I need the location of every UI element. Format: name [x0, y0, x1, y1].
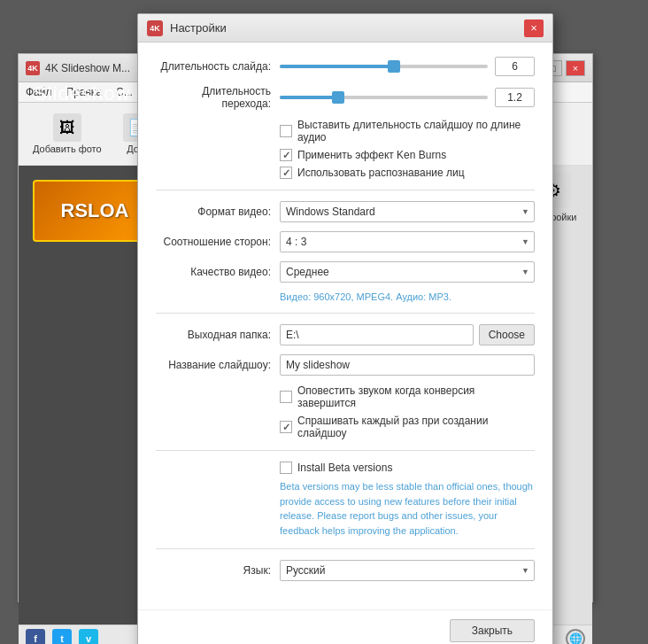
beta-description: Beta versions may be less stable than of… [280, 479, 535, 538]
cb-face-recognition-row: ✓ Использовать распознавание лиц [280, 167, 535, 179]
bg-add-photo-button[interactable]: 🖼 Добавить фото [26, 110, 109, 158]
cb-ask-box[interactable]: ✓ [280, 421, 292, 433]
slideshow-bg-label: Slideshow [34, 82, 130, 105]
transition-duration-value[interactable]: 1.2 [495, 88, 535, 107]
add-photo-label: Добавить фото [33, 144, 102, 154]
language-select[interactable]: Русский English Deutsch [280, 560, 535, 581]
dialog-footer: Закрыть [138, 609, 552, 644]
beta-section: Install Beta versions Beta versions may … [156, 462, 535, 538]
dialog-body: Длительность слайда: 6 Длительность пере… [138, 43, 552, 609]
choose-folder-button[interactable]: Choose [479, 324, 535, 345]
transition-duration-thumb[interactable] [332, 91, 344, 104]
notify-checkbox-section: Оповестить звуком когда конверсия заверш… [280, 384, 535, 439]
slideshow-name-input[interactable] [280, 354, 535, 376]
video-quality-row: Качество видео: Среднее Низкое Высокое [156, 261, 535, 283]
cb-ask-check: ✓ [282, 422, 290, 433]
video-quality-select-wrapper[interactable]: Среднее Низкое Высокое [280, 261, 535, 283]
divider-4 [156, 548, 535, 549]
bg-app-icon: 4K [26, 61, 40, 75]
video-quality-select[interactable]: Среднее Низкое Высокое [280, 261, 535, 283]
transition-duration-slider[interactable] [280, 89, 488, 106]
aspect-ratio-label: Соотношение сторон: [156, 236, 280, 248]
cb-beta-box[interactable] [280, 462, 292, 474]
language-select-wrapper[interactable]: Русский English Deutsch [280, 560, 535, 581]
slideshow-name-row: Название слайдшоу: [156, 354, 535, 376]
facebook-icon[interactable]: f [26, 629, 45, 644]
slide-duration-row: Длительность слайда: 6 [156, 57, 535, 76]
aspect-ratio-select[interactable]: 4 : 3 16 : 9 1 : 1 [280, 231, 535, 252]
bg-close-button[interactable]: × [566, 60, 585, 76]
aspect-ratio-select-wrapper[interactable]: 4 : 3 16 : 9 1 : 1 [280, 231, 535, 252]
divider-3 [156, 450, 535, 451]
transition-duration-fill [280, 96, 338, 99]
cb-beta-row: Install Beta versions [280, 462, 535, 474]
cb-audio-length-box[interactable] [280, 125, 292, 137]
checkboxes-section: Выставить длительность слайдшоу по длине… [280, 119, 535, 179]
video-format-select[interactable]: Windows Standard MP4 AVI WMV [280, 201, 535, 222]
aspect-ratio-row: Соотношение сторон: 4 : 3 16 : 9 1 : 1 [156, 231, 535, 252]
cb-beta-label: Install Beta versions [297, 462, 392, 474]
dialog-title: Настройки [170, 21, 524, 35]
cb-ken-burns-row: ✓ Применить эффект Ken Burns [280, 149, 535, 161]
add-photo-icon: 🖼 [53, 113, 81, 142]
cb-notify-row: Оповестить звуком когда конверсия заверш… [280, 384, 535, 409]
cb-ken-burns-check: ✓ [282, 150, 290, 161]
slide-duration-slider[interactable] [280, 58, 488, 75]
transition-duration-row: Длительность перехода: 1.2 [156, 85, 535, 110]
output-folder-row: Выходная папка: Choose [156, 324, 535, 345]
dialog-titlebar: 4K Настройки × [138, 14, 552, 43]
cb-ken-burns-box[interactable]: ✓ [280, 149, 292, 161]
globe-icon[interactable]: 🌐 [566, 629, 585, 644]
slide-duration-fill [280, 65, 394, 68]
vimeo-icon[interactable]: v [79, 629, 98, 644]
language-label: Язык: [156, 564, 280, 577]
cb-face-recognition-box[interactable]: ✓ [280, 167, 292, 179]
transition-duration-label: Длительность перехода: [156, 85, 280, 110]
divider-1 [156, 190, 535, 190]
cb-ask-row: ✓ Спрашивать каждый раз при создании сла… [280, 415, 535, 439]
cb-audio-length-label: Выставить длительность слайдшоу по длине… [297, 119, 535, 144]
transition-duration-track [280, 96, 488, 99]
divider-2 [156, 313, 535, 314]
dialog-close-x-button[interactable]: × [524, 19, 544, 37]
cb-audio-length-row: Выставить длительность слайдшоу по длине… [280, 119, 535, 144]
video-info-text: Видео: 960x720, MPEG4. Аудио: MP3. [280, 291, 535, 302]
cb-notify-label: Оповестить звуком когда конверсия заверш… [297, 384, 535, 409]
slide-duration-value[interactable]: 6 [495, 57, 535, 76]
cb-ask-label: Спрашивать каждый раз при создании слайд… [297, 415, 535, 439]
slide-duration-thumb[interactable] [388, 60, 400, 73]
output-folder-input[interactable] [280, 324, 474, 345]
language-row: Язык: Русский English Deutsch [156, 560, 535, 581]
slide-duration-track [280, 65, 488, 68]
cb-face-recognition-label: Использовать распознавание лиц [297, 167, 465, 179]
slideshow-name-label: Название слайдшоу: [156, 359, 280, 371]
close-button[interactable]: Закрыть [450, 619, 535, 642]
dialog-app-icon: 4K [147, 20, 163, 36]
cb-notify-box[interactable] [280, 391, 292, 403]
settings-dialog: 4K Настройки × Длительность слайда: 6 Дл… [137, 13, 553, 644]
video-format-select-wrapper[interactable]: Windows Standard MP4 AVI WMV [280, 201, 535, 222]
video-format-row: Формат видео: Windows Standard MP4 AVI W… [156, 201, 535, 222]
cb-face-recognition-check: ✓ [282, 167, 290, 179]
cb-ken-burns-label: Применить эффект Ken Burns [297, 149, 446, 161]
video-format-label: Формат видео: [156, 206, 280, 218]
output-folder-label: Выходная папка: [156, 329, 280, 341]
video-quality-label: Качество видео: [156, 266, 280, 278]
twitter-icon[interactable]: t [52, 629, 72, 644]
slide-duration-label: Длительность слайда: [156, 60, 280, 73]
